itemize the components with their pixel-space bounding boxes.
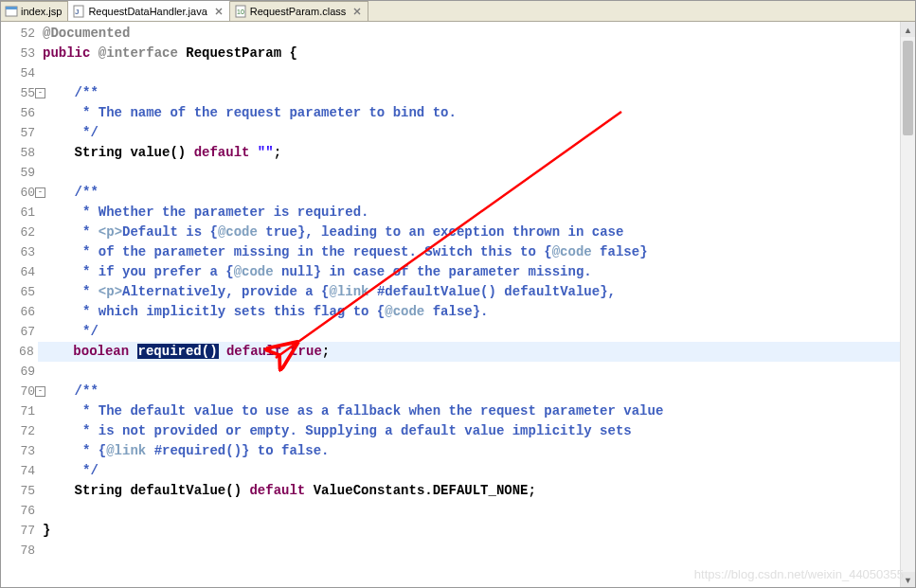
- code-content: String value() default "";: [43, 143, 281, 163]
- line-number: 57: [5, 123, 43, 143]
- line-number: 59: [5, 163, 43, 183]
- line-number: 73: [5, 441, 43, 461]
- java-file-icon: J: [72, 5, 85, 18]
- code-line[interactable]: 73 * {@link #required()} to false.: [5, 441, 915, 461]
- code-content: /**: [43, 382, 99, 401]
- code-content: * is not provided or empty. Supplying a …: [43, 421, 632, 441]
- scroll-up-button[interactable]: ▴: [901, 22, 915, 37]
- code-content: public @interface RequestParam {: [43, 44, 297, 63]
- tab-label: RequestParam.class: [250, 6, 347, 17]
- line-number: 61: [5, 203, 43, 223]
- fold-toggle-icon[interactable]: -: [35, 386, 45, 397]
- tab-label: index.jsp: [21, 6, 62, 17]
- line-number: 67: [5, 322, 43, 342]
- code-line[interactable]: 53public @interface RequestParam {: [5, 44, 915, 63]
- code-line[interactable]: 72 * is not provided or empty. Supplying…: [5, 421, 915, 441]
- code-content: @Documented: [43, 24, 130, 44]
- line-number: 64: [5, 262, 43, 282]
- line-number: 52: [5, 24, 43, 44]
- line-number: 63: [5, 242, 43, 262]
- tab-label: RequestDataHandler.java: [88, 6, 207, 17]
- code-content: */: [43, 322, 99, 342]
- code-line[interactable]: 68 boolean required() default true;: [5, 342, 915, 362]
- line-number: 56: [5, 103, 43, 123]
- jsp-file-icon: [5, 5, 18, 18]
- class-file-icon: 10: [234, 5, 247, 18]
- line-number: 54: [5, 63, 43, 83]
- code-line[interactable]: 61 * Whether the parameter is required.: [5, 203, 915, 223]
- code-content: */: [43, 461, 99, 481]
- line-number: 58: [5, 143, 43, 163]
- code-line[interactable]: 74 */: [5, 461, 915, 481]
- line-number: 62: [5, 223, 43, 242]
- line-number: 76: [5, 501, 43, 521]
- svg-text:J: J: [75, 8, 79, 16]
- code-line[interactable]: 55- /**: [5, 83, 915, 103]
- code-line[interactable]: 67 */: [5, 322, 915, 342]
- code-line[interactable]: 56 * The name of the request parameter t…: [5, 103, 915, 123]
- code-line[interactable]: 76: [5, 501, 915, 521]
- line-number: 71: [5, 401, 43, 421]
- code-content: String defaultValue() default ValueConst…: [43, 481, 536, 501]
- code-content: * <p>Alternatively, provide a {@link #de…: [43, 282, 616, 302]
- line-number: 72: [5, 421, 43, 441]
- code-line[interactable]: 58 String value() default "";: [5, 143, 915, 163]
- line-number: 74: [5, 461, 43, 481]
- svg-text:10: 10: [237, 9, 244, 15]
- code-line[interactable]: 57 */: [5, 123, 915, 143]
- svg-rect-1: [6, 7, 17, 9]
- code-line[interactable]: 69: [5, 362, 915, 382]
- line-number: 78: [5, 541, 43, 561]
- code-line[interactable]: 64 * if you prefer a {@code null} in cas…: [5, 262, 915, 282]
- editor-tab[interactable]: index.jsp: [1, 1, 68, 21]
- close-icon[interactable]: [352, 7, 362, 16]
- code-line[interactable]: 70- /**: [5, 382, 915, 401]
- code-content: * of the parameter missing in the reques…: [43, 242, 648, 262]
- line-number: 53: [5, 44, 43, 63]
- code-line[interactable]: 65 * <p>Alternatively, provide a {@link …: [5, 282, 915, 302]
- code-line[interactable]: 60- /**: [5, 183, 915, 203]
- fold-toggle-icon[interactable]: -: [35, 88, 45, 98]
- code-line[interactable]: 52@Documented: [5, 24, 915, 44]
- code-content: /**: [43, 183, 99, 203]
- code-area[interactable]: 52@Documented53public @interface Request…: [1, 22, 915, 587]
- line-number: 66: [5, 302, 43, 322]
- code-content: * The default value to use as a fallback…: [43, 401, 663, 421]
- line-number: 75: [5, 481, 43, 501]
- code-content: */: [43, 123, 99, 143]
- line-number: 70-: [5, 382, 43, 401]
- scroll-thumb[interactable]: [903, 41, 913, 135]
- scroll-down-button[interactable]: ▾: [901, 572, 915, 587]
- editor-tab[interactable]: JRequestDataHandler.java: [68, 0, 229, 21]
- code-line[interactable]: 59: [5, 163, 915, 183]
- close-icon[interactable]: [214, 7, 224, 16]
- code-content: * {@link #required()} to false.: [43, 441, 329, 461]
- line-number: 68: [5, 342, 42, 362]
- code-line[interactable]: 66 * which implicitly sets this flag to …: [5, 302, 915, 322]
- code-content: * which implicitly sets this flag to {@c…: [43, 302, 489, 322]
- code-content: boolean required() default true;: [38, 342, 915, 362]
- code-content: * The name of the request parameter to b…: [43, 103, 457, 123]
- code-line[interactable]: 63 * of the parameter missing in the req…: [5, 242, 915, 262]
- line-number: 55-: [5, 83, 43, 103]
- code-line[interactable]: 71 * The default value to use as a fallb…: [5, 401, 915, 421]
- line-number: 60-: [5, 183, 43, 203]
- code-content: * <p>Default is {@code true}, leading to…: [43, 223, 623, 242]
- vertical-scrollbar[interactable]: ▴ ▾: [900, 22, 915, 587]
- code-content: * if you prefer a {@code null} in case o…: [43, 262, 592, 282]
- code-line[interactable]: 78: [5, 541, 915, 561]
- editor-tabbar: index.jspJRequestDataHandler.java10Reque…: [1, 1, 915, 22]
- code-content: /**: [43, 83, 99, 103]
- code-line[interactable]: 62 * <p>Default is {@code true}, leading…: [5, 223, 915, 242]
- code-line[interactable]: 54: [5, 63, 915, 83]
- line-number: 65: [5, 282, 43, 302]
- fold-toggle-icon[interactable]: -: [35, 187, 45, 198]
- code-content: * Whether the parameter is required.: [43, 203, 368, 223]
- code-content: }: [43, 521, 50, 541]
- editor-tab[interactable]: 10RequestParam.class: [230, 1, 369, 21]
- code-line[interactable]: 77}: [5, 521, 915, 541]
- line-number: 69: [5, 362, 43, 382]
- code-line[interactable]: 75 String defaultValue() default ValueCo…: [5, 481, 915, 501]
- code-editor: 52@Documented53public @interface Request…: [1, 22, 915, 587]
- line-number: 77: [5, 521, 43, 541]
